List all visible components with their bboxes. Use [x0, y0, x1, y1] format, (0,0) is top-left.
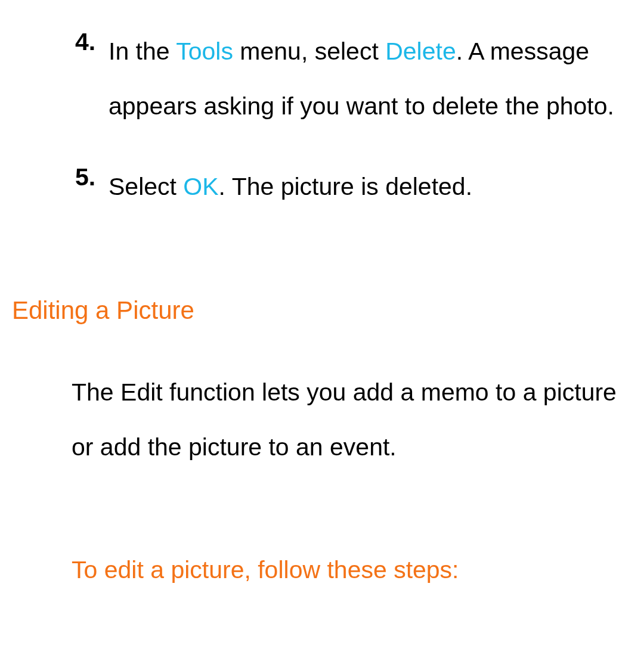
step-number-5: 5.: [75, 159, 100, 214]
step-5-text-2: . The picture is deleted.: [219, 173, 472, 200]
step-number-4: 4.: [75, 24, 100, 134]
step-4-text-2: menu, select: [233, 38, 385, 65]
step-4: 4. In the Tools menu, select Delete. A m…: [12, 24, 632, 134]
step-5: 5. Select OK. The picture is deleted.: [12, 159, 632, 214]
step-4-content: In the Tools menu, select Delete. A mess…: [109, 24, 632, 134]
document-content: 4. In the Tools menu, select Delete. A m…: [0, 0, 644, 601]
step-5-content: Select OK. The picture is deleted.: [109, 159, 472, 214]
section-subheading: To edit a picture, follow these steps:: [12, 552, 632, 589]
tools-keyword: Tools: [176, 38, 233, 65]
delete-keyword: Delete: [385, 38, 456, 65]
step-4-text-1: In the: [109, 38, 176, 65]
section-body-text: The Edit function lets you add a memo to…: [12, 365, 632, 475]
ok-keyword: OK: [183, 173, 218, 200]
section-heading-editing: Editing a Picture: [12, 291, 632, 329]
step-5-text-1: Select: [109, 173, 183, 200]
